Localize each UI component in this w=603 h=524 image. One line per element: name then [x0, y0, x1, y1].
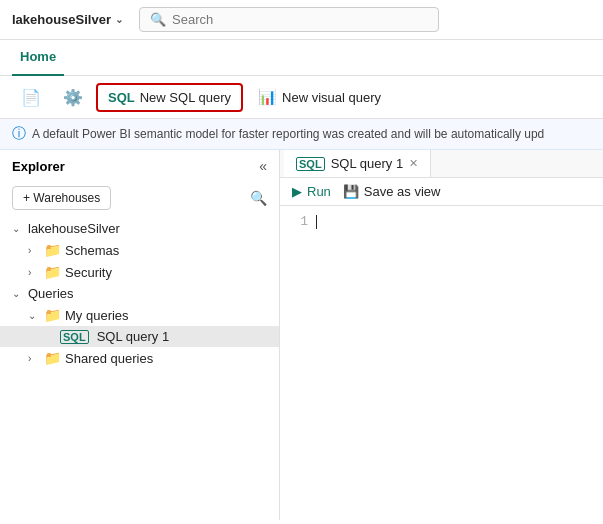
toolbar: 📄 ⚙️ SQL New SQL query 📊 New visual quer… [0, 76, 603, 119]
folder-icon-shared-queries: 📁 [44, 350, 61, 366]
line-number-1: 1 [288, 214, 308, 229]
info-icon: ⓘ [12, 125, 26, 143]
expand-icon-my-queries: ⌄ [28, 310, 40, 321]
info-message: A default Power BI semantic model for fa… [32, 127, 544, 141]
code-area[interactable] [316, 214, 595, 512]
run-button[interactable]: ▶ Run [292, 184, 331, 199]
info-bar: ⓘ A default Power BI semantic model for … [0, 119, 603, 150]
tree-item-schemas[interactable]: › 📁 Schemas [0, 239, 279, 261]
run-label: Run [307, 184, 331, 199]
expand-icon-queries: ⌄ [12, 288, 24, 299]
folder-icon-my-queries: 📁 [44, 307, 61, 323]
schemas-label: Schemas [65, 243, 119, 258]
search-bar[interactable]: 🔍 [139, 7, 439, 32]
new-file-button[interactable]: 📄 [12, 83, 50, 112]
explorer-panel: Explorer « + Warehouses 🔍 ⌄ lakehouseSil… [0, 150, 280, 520]
explorer-toolbar: + Warehouses 🔍 [0, 182, 279, 216]
gear-icon: ⚙️ [63, 88, 83, 107]
security-label: Security [65, 265, 112, 280]
new-file-icon: 📄 [21, 88, 41, 107]
text-cursor [316, 215, 317, 229]
visual-query-icon: 📊 [258, 88, 277, 106]
editor-toolbar: ▶ Run 💾 Save as view [280, 178, 603, 206]
search-input[interactable] [172, 12, 428, 27]
new-sql-query-button[interactable]: SQL New SQL query [96, 83, 243, 112]
explorer-search-button[interactable]: 🔍 [250, 190, 267, 206]
expand-icon-shared-queries: › [28, 353, 40, 364]
line-numbers: 1 [288, 214, 308, 512]
workspace-name-label: lakehouseSilver [12, 12, 111, 27]
save-view-label: Save as view [364, 184, 441, 199]
editor-content: 1 [280, 206, 603, 520]
close-tab-button[interactable]: ✕ [409, 157, 418, 170]
run-icon: ▶ [292, 184, 302, 199]
collapse-icon: « [259, 158, 267, 174]
new-visual-query-button[interactable]: 📊 New visual query [247, 82, 392, 112]
editor-tabs: SQL SQL query 1 ✕ [280, 150, 603, 178]
explorer-tree: ⌄ lakehouseSilver › 📁 Schemas › 📁 Securi… [0, 216, 279, 520]
expand-icon-schemas: › [28, 245, 40, 256]
tree-item-security[interactable]: › 📁 Security [0, 261, 279, 283]
explorer-search-icon: 🔍 [250, 190, 267, 206]
tree-item-lakehousesilver[interactable]: ⌄ lakehouseSilver [0, 218, 279, 239]
tab-home[interactable]: Home [12, 40, 64, 76]
tree-item-sql-query-1[interactable]: SQL SQL query 1 [0, 326, 279, 347]
main-layout: Explorer « + Warehouses 🔍 ⌄ lakehouseSil… [0, 150, 603, 520]
workspace-chevron-icon: ⌄ [115, 14, 123, 25]
editor-panel: SQL SQL query 1 ✕ ▶ Run 💾 Save as view 1 [280, 150, 603, 520]
settings-button[interactable]: ⚙️ [54, 83, 92, 112]
collapse-explorer-button[interactable]: « [259, 158, 267, 174]
nav-tabs: Home [0, 40, 603, 76]
explorer-title-area: Explorer [12, 159, 65, 174]
sql-tab-icon: SQL [296, 157, 325, 171]
queries-label: Queries [28, 286, 74, 301]
explorer-header: Explorer « [0, 150, 279, 182]
explorer-title: Explorer [12, 159, 65, 174]
folder-icon-security: 📁 [44, 264, 61, 280]
tree-item-my-queries[interactable]: ⌄ 📁 My queries [0, 304, 279, 326]
folder-icon-schemas: 📁 [44, 242, 61, 258]
editor-tab-sql-query-1[interactable]: SQL SQL query 1 ✕ [284, 150, 431, 177]
new-visual-query-label: New visual query [282, 90, 381, 105]
editor-tab-label: SQL query 1 [331, 156, 404, 171]
save-icon: 💾 [343, 184, 359, 199]
my-queries-label: My queries [65, 308, 129, 323]
expand-icon-security: › [28, 267, 40, 278]
add-warehouses-button[interactable]: + Warehouses [12, 186, 111, 210]
workspace-name[interactable]: lakehouseSilver ⌄ [12, 12, 123, 27]
lakehousesilver-label: lakehouseSilver [28, 221, 120, 236]
expand-icon: ⌄ [12, 223, 24, 234]
tree-item-queries[interactable]: ⌄ Queries [0, 283, 279, 304]
search-icon: 🔍 [150, 12, 166, 27]
sql-file-icon: SQL [60, 330, 89, 344]
sql-icon: SQL [108, 90, 135, 105]
add-warehouses-label: + Warehouses [23, 191, 100, 205]
top-bar: lakehouseSilver ⌄ 🔍 [0, 0, 603, 40]
save-as-view-button[interactable]: 💾 Save as view [343, 184, 441, 199]
new-sql-query-label: New SQL query [140, 90, 231, 105]
sql-query-1-label: SQL query 1 [97, 329, 170, 344]
tree-item-shared-queries[interactable]: › 📁 Shared queries [0, 347, 279, 369]
shared-queries-label: Shared queries [65, 351, 153, 366]
